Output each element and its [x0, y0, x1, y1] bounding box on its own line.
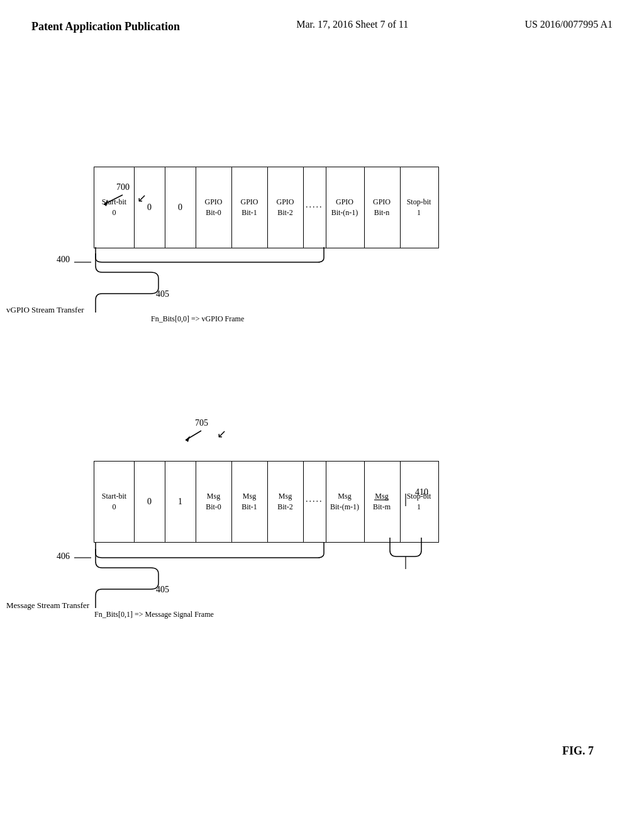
top-gpio-bit1: GPIOBit-1	[231, 167, 268, 248]
top-dots: ·····	[303, 167, 326, 248]
ref-400-top: 400	[57, 255, 70, 265]
svg-line-2	[186, 431, 201, 440]
top-frame: Start-bit0 0 0 GPIOBit-0 GPIOBit-1 GPIOB…	[94, 167, 439, 248]
top-gpio-bit0: GPIOBit-0	[196, 167, 232, 248]
top-gpio-bitn1: GPIOBit-(n-1)	[326, 167, 365, 248]
top-cell-0b: 0	[165, 167, 196, 248]
bottom-frame: Start-bit0 0 1 MsgBit-0 MsgBit-1 MsgBit-…	[94, 461, 439, 543]
figure-label: FIG. 7	[562, 744, 594, 758]
bottom-msg-bit2: MsgBit-2	[267, 461, 304, 543]
bottom-dots: ·····	[303, 461, 326, 543]
fn-bits-bottom-label: Fn_Bits[0,1] => Message Signal Frame	[94, 610, 214, 619]
bottom-msg-bitm: MsgBit-m	[364, 461, 401, 543]
bottom-msg-bitm1: MsgBit-(m-1)	[326, 461, 365, 543]
bottom-start-bit: Start-bit0	[94, 461, 135, 543]
top-gpio-bit2: GPIOBit-2	[267, 167, 304, 248]
bottom-msg-bit0: MsgBit-0	[196, 461, 232, 543]
ref-405-top: 405	[156, 289, 169, 299]
bottom-stop-bit: Stop-bit1	[400, 461, 439, 543]
diagram-svg	[0, 41, 644, 795]
bottom-msg-bit1: MsgBit-1	[231, 461, 268, 543]
fn-bits-top-label: Fn_Bits[0,0] => vGPIO Frame	[151, 314, 244, 324]
page-header: Patent Application Publication Mar. 17, …	[0, 0, 644, 41]
publication-date-sheet: Mar. 17, 2016 Sheet 7 of 11	[296, 19, 408, 30]
publication-title: Patent Application Publication	[31, 19, 180, 35]
message-stream-label: Message Stream Transfer	[6, 600, 89, 611]
svg-marker-3	[186, 436, 190, 442]
main-diagram-area: vGPIO Stream Transfer Message Stream Tra…	[0, 41, 644, 795]
arrow-705: ↙	[217, 427, 226, 441]
top-cell-0a: 0	[134, 167, 165, 248]
vgpio-stream-label: vGPIO Stream Transfer	[6, 305, 84, 315]
publication-number: US 2016/0077995 A1	[525, 19, 613, 30]
ref-705: 705	[195, 418, 208, 428]
top-gpio-bitn: GPIOBit-n	[364, 167, 401, 248]
top-start-bit: Start-bit0	[94, 167, 135, 248]
bottom-cell-1: 1	[165, 461, 196, 543]
top-stop-bit: Stop-bit1	[400, 167, 439, 248]
bottom-cell-0: 0	[134, 461, 165, 543]
ref-405-bottom: 405	[156, 585, 169, 595]
ref-406: 406	[57, 551, 70, 562]
